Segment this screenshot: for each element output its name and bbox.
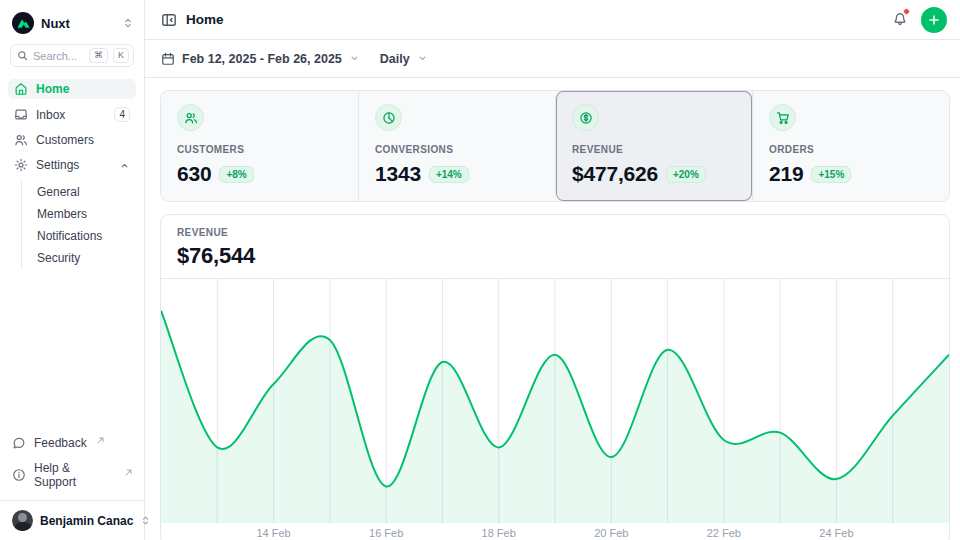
sidebar-item-label: Feedback [34,436,87,450]
kbd-cmd: ⌘ [89,48,108,63]
plus-icon [927,13,941,27]
x-tick-label: 24 Feb [819,527,853,539]
page-title: Home [186,12,224,27]
x-tick-label: 18 Feb [482,527,516,539]
stat-delta-badge: +8% [219,166,253,183]
stat-card-conversions[interactable]: CONVERSIONS 1343 +14% [358,91,555,201]
sidebar-nav: Home Inbox 4 Customers Settings [8,79,136,269]
user-menu[interactable]: Benjamin Canac [0,500,144,540]
stat-delta-badge: +15% [811,166,851,183]
main-area: Home Feb 12, 2 [145,0,960,540]
x-tick-label: 20 Feb [594,527,628,539]
chart-title: REVENUE [177,227,933,238]
sidebar-subitem-general[interactable]: General [22,181,136,203]
add-button[interactable] [921,7,947,33]
stats-cards: CUSTOMERS 630 +8% CONVERSIONS 1343 +14% [160,90,950,202]
chat-bubble-icon [12,436,26,450]
settings-submenu: General Members Notifications Security [21,181,136,269]
cart-icon [769,104,796,131]
gear-icon [14,158,28,172]
sidebar-item-help-support[interactable]: Help & Support [8,458,136,492]
search-placeholder: Search... [33,50,84,62]
page-content: CUSTOMERS 630 +8% CONVERSIONS 1343 +14% [145,78,960,540]
stat-label: CUSTOMERS [177,144,342,155]
chevron-select-icon [122,17,134,29]
home-icon [14,82,28,96]
sidebar-item-feedback[interactable]: Feedback [8,433,136,453]
inbox-icon [14,108,28,122]
info-circle-icon [12,468,26,482]
notification-dot [903,8,910,15]
chart-x-axis: 14 Feb16 Feb18 Feb20 Feb22 Feb24 Feb [161,523,949,540]
sidebar-subitem-notifications[interactable]: Notifications [22,225,136,247]
workspace-switcher[interactable]: Nuxt [8,8,136,44]
stat-value: $477,626 [572,162,658,186]
chevron-down-icon [349,53,360,64]
sidebar-item-label: Customers [36,133,130,147]
stat-value: 219 [769,162,803,186]
inbox-count-badge: 4 [114,107,130,122]
revenue-chart-card: REVENUE $76,544 14 Feb16 Feb18 Feb20 Feb… [160,214,950,540]
x-tick-label: 14 Feb [256,527,290,539]
users-icon [14,133,28,147]
filters-toolbar: Feb 12, 2025 - Feb 26, 2025 Daily [145,40,960,78]
date-range-label: Feb 12, 2025 - Feb 26, 2025 [182,52,342,66]
sidebar-footer-nav: Feedback Help & Support [8,433,136,492]
sidebar-item-settings[interactable]: Settings [8,155,136,175]
sidebar-item-label: Inbox [36,108,106,122]
kbd-k: K [113,48,129,63]
search-input[interactable]: Search... ⌘ K [10,44,134,67]
date-range-picker[interactable]: Feb 12, 2025 - Feb 26, 2025 [161,52,360,66]
external-link-icon [125,465,132,479]
top-header: Home [145,0,960,40]
avatar [12,510,33,531]
stat-delta-badge: +20% [666,166,706,183]
stat-value: 630 [177,162,211,186]
stat-value: 1343 [375,162,421,186]
sidebar: Nuxt Search... ⌘ K Home [0,0,145,540]
sidebar-item-home[interactable]: Home [8,79,136,99]
sidebar-item-label: Settings [36,158,111,172]
calendar-icon [161,52,175,66]
x-tick-label: 22 Feb [707,527,741,539]
chevron-up-icon [119,160,130,171]
sidebar-subitem-members[interactable]: Members [22,203,136,225]
sidebar-subitem-security[interactable]: Security [22,247,136,269]
pie-chart-icon [375,104,402,131]
chart-total-value: $76,544 [177,243,933,269]
nuxt-logo-icon [12,12,34,34]
stat-card-revenue[interactable]: REVENUE $477,626 +20% [555,91,752,201]
stat-label: ORDERS [769,144,933,155]
stat-card-orders[interactable]: ORDERS 219 +15% [752,91,949,201]
brand-name: Nuxt [41,16,115,31]
chevron-down-icon [417,53,428,64]
sidebar-item-inbox[interactable]: Inbox 4 [8,104,136,125]
notifications-button[interactable] [892,10,908,29]
sidebar-item-customers[interactable]: Customers [8,130,136,150]
stat-label: CONVERSIONS [375,144,539,155]
collapse-sidebar-icon[interactable] [161,12,177,28]
dollar-circle-icon [572,104,599,131]
sidebar-footer: Feedback Help & Support Be [8,433,136,540]
user-name: Benjamin Canac [40,514,133,528]
sidebar-item-label: Help & Support [34,461,115,489]
stat-delta-badge: +14% [429,166,469,183]
granularity-select[interactable]: Daily [380,52,428,66]
sidebar-item-label: Home [36,82,130,96]
users-icon [177,104,204,131]
stat-card-customers[interactable]: CUSTOMERS 630 +8% [161,91,358,201]
revenue-area-chart[interactable] [161,278,949,523]
x-tick-label: 16 Feb [369,527,403,539]
granularity-label: Daily [380,52,410,66]
chart-header: REVENUE $76,544 [161,215,949,278]
stat-label: REVENUE [572,144,736,155]
dashboard-app: Nuxt Search... ⌘ K Home [0,0,960,540]
search-icon [17,50,28,61]
external-link-icon [97,433,104,447]
topbar-actions [892,7,947,33]
